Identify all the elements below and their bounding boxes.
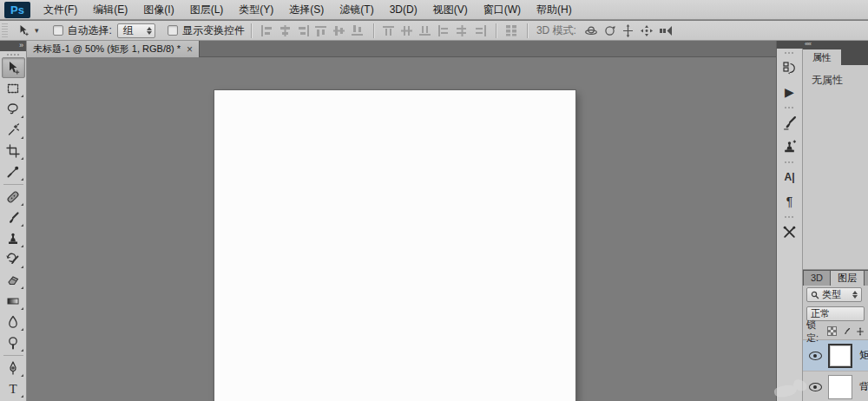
brush-panel-button[interactable] bbox=[779, 111, 801, 134]
lasso-tool-icon bbox=[6, 102, 20, 116]
menu-select[interactable]: 选择(S) bbox=[281, 0, 332, 19]
canvas-area[interactable] bbox=[27, 57, 776, 401]
menu-file[interactable]: 文件(F) bbox=[36, 0, 85, 19]
measurement-panel-button[interactable] bbox=[779, 220, 801, 243]
gradient-tool[interactable] bbox=[2, 291, 25, 312]
menu-window[interactable]: 窗口(W) bbox=[476, 0, 529, 19]
history-brush-tool[interactable] bbox=[2, 249, 25, 270]
clone-source-panel-button[interactable] bbox=[779, 135, 801, 158]
menu-help[interactable]: 帮助(H) bbox=[529, 0, 580, 19]
flyout-indicator bbox=[21, 157, 23, 160]
menu-type[interactable]: 类型(Y) bbox=[231, 0, 281, 19]
healing-brush-tool-icon bbox=[6, 190, 20, 204]
layer-row-background[interactable]: 背景 bbox=[803, 371, 868, 401]
move-tool[interactable] bbox=[2, 57, 25, 78]
lock-position-icon[interactable] bbox=[856, 325, 865, 338]
document-tab-title: 未标题-1 @ 50% (矩形 1, RGB/8) * bbox=[33, 43, 181, 56]
eraser-tool[interactable] bbox=[2, 270, 25, 291]
tools-panel-collapse-icon[interactable]: » bbox=[0, 41, 26, 51]
flyout-indicator bbox=[21, 136, 23, 139]
lock-row: 锁定: bbox=[803, 323, 868, 340]
menu-3d[interactable]: 3D(D) bbox=[382, 0, 425, 19]
show-transform-checkbox[interactable] bbox=[168, 25, 178, 36]
lock-image-pixels-icon[interactable] bbox=[842, 325, 851, 338]
tab-close-icon[interactable]: × bbox=[187, 44, 193, 55]
history-panel-button[interactable] bbox=[779, 56, 801, 79]
type-tool[interactable]: T bbox=[2, 378, 25, 399]
clone-stamp-tool[interactable] bbox=[2, 228, 25, 249]
marquee-tool-icon bbox=[6, 82, 20, 95]
auto-align-layers-icon[interactable] bbox=[505, 24, 518, 36]
layer-thumbnail[interactable] bbox=[828, 375, 852, 399]
dodge-tool[interactable] bbox=[2, 332, 25, 353]
eyedropper-tool[interactable] bbox=[2, 161, 25, 182]
3d-slide-camera-icon[interactable] bbox=[640, 24, 654, 37]
quick-selection-tool[interactable] bbox=[2, 120, 25, 141]
align-top-edges-icon[interactable] bbox=[315, 25, 328, 36]
divider bbox=[373, 23, 374, 38]
distribute-left-edges-icon[interactable] bbox=[437, 25, 450, 36]
distribute-right-edges-icon[interactable] bbox=[474, 25, 487, 36]
pen-tool-icon bbox=[6, 361, 20, 375]
tab-channels[interactable]: 通道 bbox=[865, 271, 868, 286]
actions-panel-button[interactable]: ▶ bbox=[779, 81, 801, 103]
paragraph-panel-button[interactable]: ¶ bbox=[779, 190, 801, 213]
distribute-horizontal-centers-icon[interactable] bbox=[456, 25, 469, 36]
tools-panel-grip[interactable] bbox=[7, 54, 19, 56]
menu-layer[interactable]: 图层(L) bbox=[182, 0, 232, 19]
3d-pan-camera-icon[interactable] bbox=[621, 24, 635, 37]
document-tab[interactable]: 未标题-1 @ 50% (矩形 1, RGB/8) * × bbox=[27, 41, 200, 57]
blur-tool[interactable] bbox=[2, 312, 25, 332]
crop-tool[interactable] bbox=[2, 141, 25, 161]
character-panel-icon: A| bbox=[784, 172, 794, 182]
layer-name: 矩形 1 bbox=[859, 349, 868, 362]
tool-preset-picker[interactable]: ▾ bbox=[11, 23, 43, 37]
pen-tool[interactable] bbox=[2, 358, 25, 378]
lock-transparent-pixels-icon[interactable] bbox=[827, 326, 837, 336]
menu-filter[interactable]: 滤镜(T) bbox=[332, 0, 381, 19]
align-vertical-centers-icon[interactable] bbox=[333, 25, 346, 36]
dock-collapse-icon[interactable]: «« bbox=[777, 41, 868, 49]
distribute-vertical-centers-icon[interactable] bbox=[401, 25, 414, 36]
menu-view[interactable]: 视图(V) bbox=[425, 0, 476, 19]
visibility-eye-icon[interactable] bbox=[809, 383, 822, 391]
distribute-top-edges-icon[interactable] bbox=[383, 25, 396, 36]
dock-grip[interactable] bbox=[785, 161, 795, 163]
tab-layers[interactable]: 图层 bbox=[831, 271, 864, 286]
character-panel-button[interactable]: A| bbox=[779, 166, 801, 188]
options-bar: ▾ 自动选择: 组 显示变换控件 3D 模式: bbox=[0, 21, 868, 41]
align-left-edges-icon[interactable] bbox=[260, 25, 273, 36]
menu-image[interactable]: 图像(I) bbox=[135, 0, 181, 19]
distribute-bottom-edges-icon[interactable] bbox=[419, 25, 432, 36]
brush-tool[interactable] bbox=[2, 207, 25, 228]
document-canvas[interactable] bbox=[214, 90, 575, 401]
dock-grip[interactable] bbox=[785, 52, 795, 54]
3d-rotate-camera-icon[interactable] bbox=[584, 24, 598, 37]
layer-row-rectangle[interactable]: 矩形 1 bbox=[803, 340, 868, 371]
spot-healing-brush-tool[interactable] bbox=[2, 187, 25, 207]
tab-properties[interactable]: 属性 bbox=[803, 49, 841, 65]
3d-roll-camera-icon[interactable] bbox=[603, 24, 616, 37]
auto-select-dropdown[interactable]: 组 bbox=[117, 23, 155, 38]
options-bar-grip[interactable] bbox=[2, 23, 8, 37]
3d-zoom-camera-icon[interactable] bbox=[659, 25, 674, 36]
crop-tool-icon bbox=[6, 144, 20, 158]
lasso-tool[interactable] bbox=[2, 99, 25, 120]
auto-select-value: 组 bbox=[123, 23, 134, 38]
align-right-edges-icon[interactable] bbox=[297, 25, 310, 36]
align-horizontal-centers-icon[interactable] bbox=[279, 25, 292, 36]
align-bottom-edges-icon[interactable] bbox=[352, 25, 365, 36]
layer-thumbnail[interactable] bbox=[828, 344, 852, 368]
dock-grip[interactable] bbox=[785, 107, 795, 108]
visibility-eye-icon[interactable] bbox=[809, 352, 822, 360]
right-panel-column: «« ▶ A| ¶ bbox=[776, 41, 868, 401]
flyout-indicator bbox=[21, 115, 23, 118]
tab-3d[interactable]: 3D bbox=[804, 271, 830, 286]
rectangular-marquee-tool[interactable] bbox=[2, 78, 25, 99]
auto-select-checkbox[interactable] bbox=[53, 25, 63, 36]
layer-filter-dropdown[interactable]: 类型 bbox=[806, 287, 862, 302]
crossed-tools-icon bbox=[782, 225, 797, 240]
brush-panel-icon bbox=[782, 115, 797, 130]
menu-edit[interactable]: 编辑(E) bbox=[85, 0, 135, 19]
dock-grip[interactable] bbox=[785, 216, 795, 218]
